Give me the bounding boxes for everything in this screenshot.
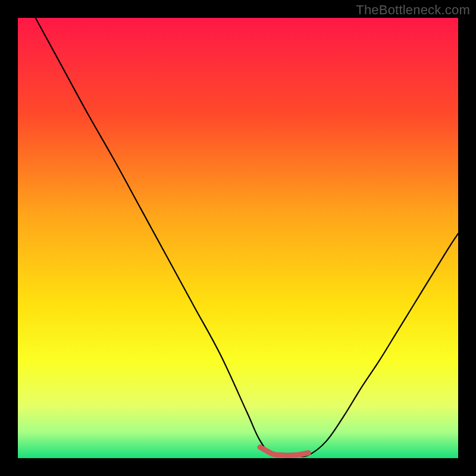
chart-frame: TheBottleneck.com bbox=[0, 0, 476, 476]
plot-area bbox=[18, 18, 458, 458]
bottleneck-chart bbox=[18, 18, 458, 458]
watermark-text: TheBottleneck.com bbox=[356, 2, 470, 18]
